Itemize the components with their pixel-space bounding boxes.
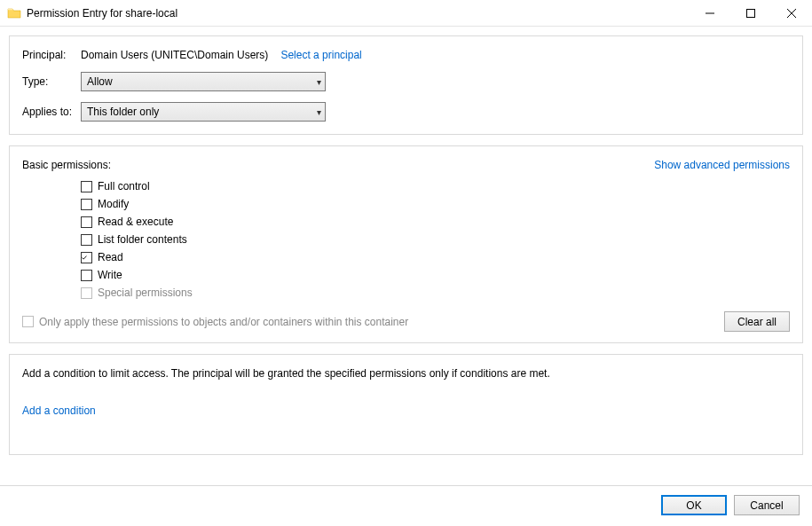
permission-checkbox[interactable] — [81, 270, 92, 281]
permissions-list: Full controlModifyRead & executeList fol… — [81, 180, 790, 299]
clear-all-button[interactable]: Clear all — [724, 311, 790, 332]
close-button[interactable] — [771, 0, 812, 27]
permission-item: Modify — [81, 198, 790, 210]
titlebar: Permission Entry for share-local — [0, 0, 812, 27]
folder-icon — [7, 6, 21, 20]
maximize-button[interactable] — [730, 0, 771, 27]
permission-label: Modify — [98, 198, 129, 210]
permission-checkbox[interactable] — [81, 199, 92, 210]
permission-checkbox — [81, 287, 92, 299]
permission-item: Read — [81, 251, 790, 263]
only-apply-checkbox-row: Only apply these permissions to objects … — [22, 316, 408, 328]
window-title: Permission Entry for share-local — [27, 7, 177, 20]
type-value: Allow — [87, 75, 113, 88]
minimize-button[interactable] — [690, 0, 730, 27]
permission-checkbox[interactable] — [81, 216, 92, 228]
principal-value: Domain Users (UNITEC\Domain Users) — [81, 49, 268, 61]
show-advanced-permissions-link[interactable]: Show advanced permissions — [654, 159, 790, 171]
applies-to-combobox[interactable]: This folder only ▾ — [81, 102, 326, 122]
condition-panel: Add a condition to limit access. The pri… — [9, 354, 803, 455]
permission-item: Full control — [81, 180, 790, 192]
permission-item: Read & execute — [81, 216, 790, 228]
svg-rect-0 — [747, 9, 755, 17]
permission-checkbox[interactable] — [81, 181, 92, 192]
applies-to-value: This folder only — [87, 106, 159, 118]
applies-to-label: Applies to: — [22, 106, 81, 118]
permission-item: Special permissions — [81, 287, 790, 299]
select-principal-link[interactable]: Select a principal — [280, 49, 361, 61]
permission-label: Special permissions — [98, 287, 193, 299]
basic-permissions-heading: Basic permissions: — [22, 159, 111, 171]
only-apply-label: Only apply these permissions to objects … — [39, 316, 408, 328]
cancel-button[interactable]: Cancel — [734, 495, 800, 515]
principal-type-panel: Principal: Domain Users (UNITEC\Domain U… — [9, 35, 803, 135]
principal-label: Principal: — [22, 49, 81, 61]
condition-description: Add a condition to limit access. The pri… — [22, 367, 790, 380]
permission-label: Read — [98, 251, 123, 263]
permission-item: List folder contents — [81, 233, 790, 246]
permission-checkbox[interactable] — [81, 234, 92, 246]
only-apply-checkbox — [22, 316, 34, 327]
permission-checkbox[interactable] — [81, 252, 92, 263]
type-combobox[interactable]: Allow ▾ — [81, 72, 326, 91]
permissions-panel: Basic permissions: Show advanced permiss… — [9, 145, 803, 343]
permission-label: Read & execute — [98, 216, 173, 228]
chevron-down-icon: ▾ — [317, 107, 321, 117]
dialog-footer: OK Cancel — [0, 485, 812, 526]
permission-label: List folder contents — [98, 233, 187, 246]
ok-button[interactable]: OK — [661, 495, 727, 515]
permission-label: Full control — [98, 180, 150, 192]
type-label: Type: — [22, 75, 81, 88]
chevron-down-icon: ▾ — [317, 77, 321, 87]
permission-item: Write — [81, 269, 790, 281]
permission-label: Write — [98, 269, 122, 281]
add-condition-link[interactable]: Add a condition — [22, 404, 96, 417]
